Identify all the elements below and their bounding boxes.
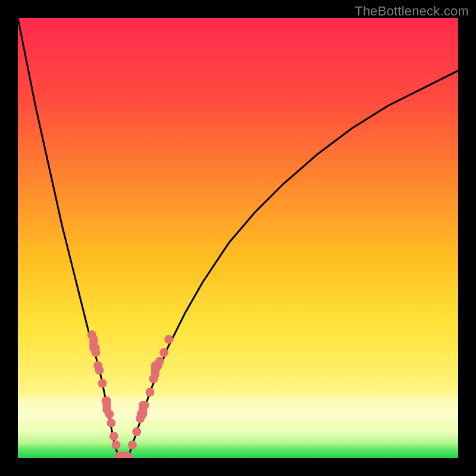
curve-marker-dot bbox=[107, 418, 115, 427]
curve-marker-dot bbox=[132, 427, 141, 436]
plot-area bbox=[18, 18, 458, 458]
curve-marker-dot bbox=[159, 348, 168, 357]
curve-marker-dot bbox=[128, 440, 137, 449]
bottleneck-curve bbox=[18, 18, 458, 458]
outer-frame: TheBottleneck.com bbox=[0, 0, 476, 476]
curve-marker-dot bbox=[102, 396, 111, 405]
curve-marker-dot bbox=[109, 432, 118, 441]
curve-marker-dot bbox=[98, 379, 107, 388]
curve-marker-dot bbox=[140, 401, 149, 410]
curve-marker-dot bbox=[146, 388, 155, 397]
curve-marker-dot bbox=[112, 440, 121, 449]
curve-layer bbox=[18, 18, 458, 458]
curve-marker-dot bbox=[105, 410, 114, 419]
curve-marker-dot bbox=[95, 366, 104, 375]
curve-marker-dot bbox=[149, 374, 158, 383]
watermark-text: TheBottleneck.com bbox=[355, 4, 469, 19]
curve-marker-dot bbox=[164, 335, 173, 344]
curve-marker-dot bbox=[155, 357, 164, 366]
curve-marker-dot bbox=[87, 330, 96, 339]
curve-marker-dot bbox=[91, 348, 100, 357]
curve-marker-dot bbox=[137, 410, 146, 419]
